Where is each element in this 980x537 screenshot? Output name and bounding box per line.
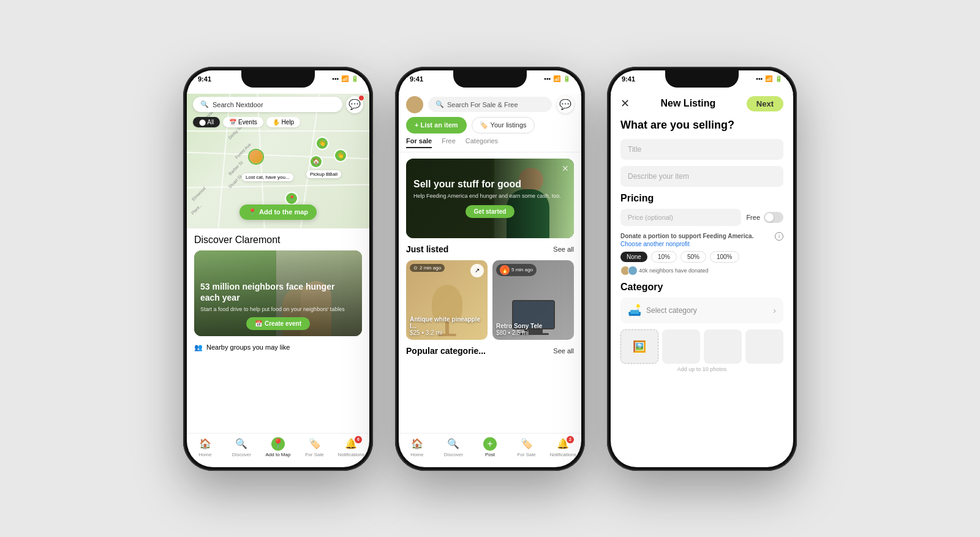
map-label-2: Pickup BBall (306, 170, 341, 178)
time-1: 9:41 (198, 75, 211, 83)
donate-text: Donate a portion to support Feeding Amer… (620, 232, 753, 241)
promo-overlay: Sell your stuff for good Help Feeding Am… (406, 159, 574, 238)
donor-avatars (620, 266, 635, 276)
donation-100[interactable]: 100% (710, 251, 739, 263)
tab-discover-2[interactable]: 🔍 Discover (435, 437, 472, 457)
message-icon[interactable]: 💬 (346, 96, 363, 113)
discover-section: Discover Claremont 53 million neighbors (187, 228, 369, 433)
share-button-1[interactable]: ↗ (470, 264, 484, 277)
fire-icon: 🔥 (500, 265, 510, 275)
listing-top-2: 🔥 5 min ago (496, 264, 570, 276)
time-icon-1: ⊙ (413, 265, 418, 271)
add-photo-icon: 🖼️ (633, 340, 646, 353)
title-placeholder: Title (628, 145, 641, 154)
donation-50[interactable]: 50% (680, 251, 706, 263)
tab-forsale-2[interactable]: 🏷️ For Sale (508, 437, 545, 457)
status-bar-2: 9:41 ▪▪▪ 📶 🔋 (399, 70, 581, 94)
category-row[interactable]: 🛋️ Select category › (620, 298, 783, 323)
listing-card-2[interactable]: 🔥 5 min ago Retro Sony Tele $80 • 2.5 mi (492, 260, 574, 340)
category-text: Select category (646, 306, 697, 315)
discover-card-title: 53 million neighbors face hunger each ye… (200, 281, 356, 303)
description-input[interactable]: Describe your item (620, 166, 783, 187)
message-badge (358, 95, 364, 101)
tab-home-label: Home (198, 452, 211, 457)
listing-info-1: Antique white pineapple l... $25 • 3.2 m… (410, 316, 484, 336)
tab-addtomap[interactable]: 📍 Add to Map (260, 437, 296, 457)
tab-bar-1: 🏠 Home 🔍 Discover 📍 Add to Map 🏷️ For Sa… (187, 433, 369, 467)
add-to-map-button[interactable]: 📍 Add to the map (239, 205, 317, 220)
discover-label: Discover (194, 235, 232, 245)
tab-forsale-1[interactable]: 🏷️ For Sale (296, 437, 333, 457)
signal-icon: ▪▪▪ (332, 75, 339, 82)
tab-discover-1[interactable]: 🔍 Discover (224, 437, 260, 457)
see-all-button[interactable]: See all (553, 246, 574, 253)
tab-notifications-1[interactable]: 🔔 6 Notifications (333, 437, 369, 457)
tab-post-label: Post (485, 452, 495, 457)
message-icon-2[interactable]: 💬 (557, 96, 574, 113)
search-icon-1: 🔍 (200, 100, 209, 108)
forsale-icon-2: 🏷️ (520, 437, 533, 451)
status-icons-1: ▪▪▪ 📶 🔋 (332, 75, 358, 82)
free-toggle: Free (746, 212, 783, 223)
title-input[interactable]: Title (620, 139, 783, 160)
tab-free[interactable]: Free (442, 137, 456, 148)
search-bar-2[interactable]: 🔍 Search For Sale & Free (428, 97, 552, 112)
get-started-button[interactable]: Get started (466, 205, 515, 218)
home-icon: 🏠 (198, 437, 212, 451)
tab-forsale[interactable]: For sale (406, 137, 432, 148)
forsale-icon: 🏷️ (308, 437, 322, 451)
info-icon[interactable]: i (775, 232, 783, 241)
filter-all[interactable]: ⬤ All (193, 117, 220, 127)
listing-overlay-2: 🔥 5 min ago Retro Sony Tele $80 • 2.5 mi (492, 260, 574, 340)
list-item-label: + List an item (415, 121, 458, 129)
discover-card-overlay: 53 million neighbors face hunger each ye… (194, 250, 362, 336)
category-icon: 🛋️ (628, 304, 641, 317)
next-button[interactable]: Next (747, 96, 783, 111)
popular-see-all[interactable]: See all (553, 347, 574, 355)
filter-events[interactable]: 📅 Events (223, 117, 263, 127)
search-bar-1[interactable]: 🔍 Search Nextdoor (193, 97, 342, 112)
tab-addtomap-label: Add to Map (266, 452, 291, 457)
toggle-knob (765, 213, 774, 222)
tab-home-2[interactable]: 🏠 Home (399, 437, 435, 457)
donation-none[interactable]: None (620, 252, 647, 262)
tab-notifications-2[interactable]: 🔔 2 Notifications (545, 437, 581, 457)
close-button[interactable]: ✕ (620, 97, 630, 110)
donor-av-2 (628, 266, 638, 276)
just-listed-title: Just listed (406, 244, 448, 254)
form-content: What are you selling? Title Describe you… (611, 115, 793, 467)
listing-card-1[interactable]: ⊙ 2 min ago ↗ Antique white pineapple l.… (406, 260, 488, 340)
tab-categories[interactable]: Categories (466, 137, 498, 148)
list-item-button[interactable]: + List an item (406, 117, 467, 133)
donation-10[interactable]: 10% (651, 251, 677, 263)
photo-slot-3 (704, 329, 742, 364)
user-pin: 📍 (285, 192, 298, 205)
your-listings-button[interactable]: 🏷️ Your listings (472, 117, 535, 133)
price-input[interactable]: Price (optional) (620, 209, 741, 226)
free-toggle-switch[interactable] (764, 212, 783, 223)
listing-overlay-1: ⊙ 2 min ago ↗ Antique white pineapple l.… (406, 260, 488, 340)
close-promo-button[interactable]: ✕ (562, 163, 569, 173)
tab-home-label-2: Home (410, 452, 423, 457)
choose-nonprofit-link[interactable]: Choose another nonprofit (620, 241, 783, 247)
price-placeholder: Price (optional) (628, 214, 673, 221)
listing-price-1: $25 • 3.2 mi (410, 329, 484, 336)
notif-badge-1: 6 (355, 436, 362, 443)
create-event-button[interactable]: 📅 Create event (246, 317, 310, 330)
filter-help[interactable]: ✋ Help (266, 117, 300, 127)
content-2: Sell your stuff for good Help Feeding Am… (399, 152, 581, 433)
post-icon: + (483, 437, 497, 451)
listing-price-2: $80 • 2.5 mi (496, 329, 570, 336)
add-photo-button[interactable]: 🖼️ (620, 329, 658, 364)
photo-slot-2 (662, 329, 700, 364)
search-icon-2: 🔍 (435, 100, 444, 108)
tab-post[interactable]: + Post (472, 437, 508, 457)
map-area: Hillcrest Ave Derby St Forest Ave Barber… (187, 94, 369, 228)
filter-pills: ⬤ All 📅 Events ✋ Help (193, 117, 300, 127)
tab-forsale-label-2: For Sale (517, 452, 535, 457)
wifi-icon-3: 📶 (765, 75, 772, 82)
free-label: Free (746, 214, 760, 221)
tab-home-1[interactable]: 🏠 Home (187, 437, 224, 457)
get-started-label: Get started (474, 208, 507, 215)
map-label-1: Lost cat, have you... (242, 173, 293, 181)
